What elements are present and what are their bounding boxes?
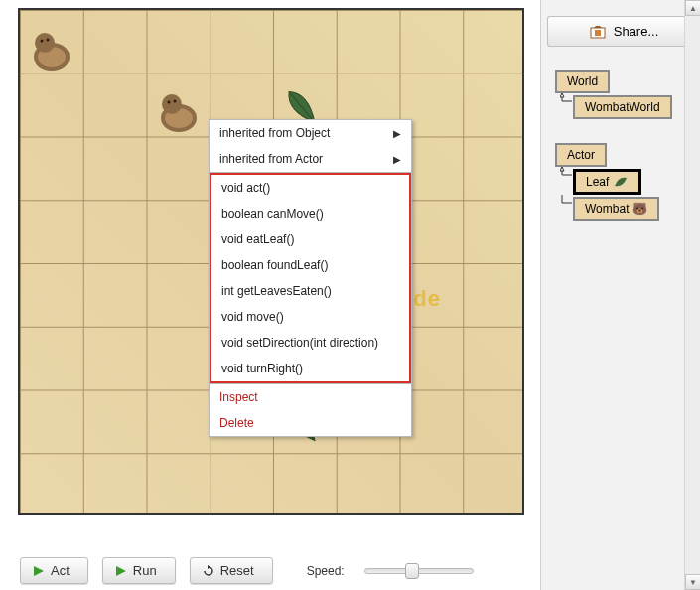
tree-child: WombatWorld [573, 95, 694, 121]
main-area: www.kidscode inherited from Object ▶ inh… [0, 0, 541, 590]
svg-marker-18 [560, 167, 564, 171]
scroll-up-button[interactable]: ▲ [685, 0, 700, 16]
svg-point-7 [162, 94, 182, 114]
class-label: World [567, 74, 598, 88]
menu-delete[interactable]: Delete [210, 410, 411, 436]
method-list-highlight: void act() boolean canMove() void eatLea… [210, 173, 411, 383]
spacer [555, 121, 694, 143]
button-label: Act [51, 563, 70, 578]
menu-inspect[interactable]: Inspect [210, 384, 411, 410]
menu-method[interactable]: boolean foundLeaf() [211, 252, 409, 278]
scroll-down-button[interactable]: ▼ [685, 574, 700, 590]
submenu-arrow-icon: ▶ [393, 152, 401, 167]
menu-method[interactable]: void move() [211, 304, 409, 330]
class-actor[interactable]: Actor [555, 143, 607, 167]
leaf-icon [613, 176, 629, 188]
act-button[interactable]: Act [20, 557, 88, 584]
menu-inherited-object[interactable]: inherited from Object ▶ [210, 120, 411, 146]
menu-method[interactable]: void act() [211, 175, 409, 201]
class-wombat[interactable]: Wombat 🐻 [573, 197, 659, 221]
share-icon [590, 25, 606, 39]
class-label: WombatWorld [585, 100, 660, 114]
control-bar: Act Run Reset Speed: [20, 557, 474, 584]
svg-marker-12 [34, 566, 44, 576]
menu-label: boolean foundLeaf() [221, 256, 328, 274]
menu-label: void setDirection(int direction) [221, 334, 378, 352]
class-label: Leaf [586, 175, 609, 189]
class-label: Actor [567, 148, 595, 162]
class-wombatworld[interactable]: WombatWorld [573, 95, 672, 119]
svg-point-3 [41, 40, 44, 43]
class-world[interactable]: World [555, 70, 610, 93]
svg-marker-17 [560, 93, 564, 97]
svg-point-4 [47, 39, 50, 42]
tree-group-world: World WombatWorld [555, 70, 694, 121]
button-label: Run [133, 563, 157, 578]
menu-label: void eatLeaf() [221, 230, 294, 248]
menu-label: boolean canMove() [221, 205, 324, 222]
svg-point-2 [35, 33, 55, 53]
actor-wombat[interactable] [24, 22, 79, 77]
menu-method[interactable]: void turnRight() [211, 356, 409, 381]
speed-slider[interactable] [364, 568, 474, 574]
context-menu: inherited from Object ▶ inherited from A… [209, 119, 412, 437]
vertical-scrollbar[interactable]: ▲ ▼ [684, 0, 700, 590]
actor-wombat[interactable] [151, 83, 207, 139]
menu-label: void move() [221, 308, 284, 326]
button-label: Share... [614, 24, 659, 39]
tree-child: Leaf [573, 169, 694, 197]
menu-label: Inspect [219, 388, 258, 406]
svg-marker-13 [116, 566, 126, 576]
menu-label: int getLeavesEaten() [221, 282, 332, 300]
menu-label: inherited from Actor [219, 150, 323, 168]
tree-child: Wombat 🐻 [573, 197, 694, 222]
play-icon [115, 565, 127, 577]
class-label: Wombat [585, 202, 629, 216]
menu-method[interactable]: boolean canMove() [211, 201, 409, 226]
svg-marker-14 [208, 565, 210, 569]
menu-label: Delete [219, 414, 254, 432]
submenu-arrow-icon: ▶ [393, 126, 401, 141]
svg-point-8 [168, 101, 171, 104]
button-label: Reset [220, 563, 254, 578]
right-panel: Share... World WombatWorld Actor Leaf [545, 0, 700, 590]
reset-button[interactable]: Reset [190, 557, 273, 584]
class-tree: World WombatWorld Actor Leaf [555, 70, 694, 222]
svg-point-9 [174, 100, 177, 103]
menu-label: void act() [221, 179, 270, 197]
menu-method[interactable]: int getLeavesEaten() [211, 278, 409, 304]
speed-slider-thumb[interactable] [405, 563, 419, 579]
menu-label: inherited from Object [219, 124, 330, 142]
speed-label: Speed: [307, 564, 345, 578]
menu-inherited-actor[interactable]: inherited from Actor ▶ [210, 146, 411, 172]
tree-connector-icon [560, 195, 574, 209]
tree-connector-icon [560, 167, 574, 181]
menu-method[interactable]: void setDirection(int direction) [211, 330, 409, 356]
menu-method[interactable]: void eatLeaf() [211, 226, 409, 252]
tree-connector-icon [560, 93, 574, 107]
class-leaf[interactable]: Leaf [573, 169, 641, 195]
run-button[interactable]: Run [102, 557, 176, 584]
svg-rect-16 [595, 30, 601, 36]
tree-group-actor: Actor Leaf Wombat 🐻 [555, 143, 694, 222]
wombat-icon: 🐻 [632, 202, 647, 216]
play-step-icon [33, 565, 45, 577]
share-button[interactable]: Share... [547, 16, 700, 47]
reset-icon [203, 565, 214, 577]
menu-label: void turnRight() [221, 360, 303, 377]
